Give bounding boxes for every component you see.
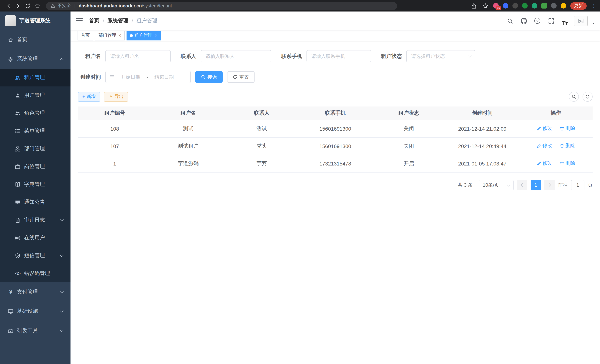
sidebar-item-infra[interactable]: 基础设施: [0, 302, 71, 321]
sidebar-item-role[interactable]: 角色管理: [0, 104, 71, 122]
pagination: 共 3 条 10条/页 1 前往 页: [78, 180, 593, 190]
bookmark-star-icon[interactable]: [482, 2, 489, 9]
sidebar-item-error-code[interactable]: </> 错误码管理: [0, 265, 71, 282]
status-select[interactable]: [406, 50, 475, 62]
edit-button[interactable]: 修改: [536, 160, 552, 167]
extension-icon[interactable]: [512, 3, 518, 9]
tab-tenant[interactable]: 租户管理×: [126, 31, 161, 40]
breadcrumb-system[interactable]: 系统管理: [108, 18, 128, 24]
browser-forward-icon[interactable]: [13, 1, 23, 10]
current-page[interactable]: 1: [531, 180, 541, 190]
edit-button[interactable]: 修改: [536, 125, 552, 132]
help-icon[interactable]: ?: [533, 16, 542, 26]
browser-menu-icon[interactable]: ⋮: [591, 3, 596, 9]
next-page-button[interactable]: [544, 180, 555, 190]
sidebar-item-label: 角色管理: [24, 110, 45, 117]
phone-input[interactable]: [307, 50, 371, 62]
prev-page-button[interactable]: [517, 180, 527, 190]
fullscreen-icon[interactable]: [546, 16, 556, 26]
col-actions: 操作: [519, 106, 593, 120]
sidebar-item-label: 岗位管理: [24, 163, 45, 170]
avatar[interactable]: [574, 16, 588, 26]
delete-button[interactable]: 删除: [560, 143, 575, 149]
sidebar-item-online-user[interactable]: 在线用户: [0, 229, 71, 247]
sidebar-item-devtool[interactable]: 研发工具: [0, 321, 71, 340]
browser-address-bar[interactable]: 不安全 dashboard.yudao.iocoder.cn/system/te…: [46, 2, 397, 10]
url-path: /system/tenant: [142, 3, 172, 8]
status-select-input[interactable]: [406, 50, 475, 62]
phone-label: 联系手机: [281, 53, 302, 60]
page-size-select[interactable]: 10条/页: [479, 180, 514, 190]
export-button-label: 导出: [114, 93, 123, 100]
sidebar-item-payment[interactable]: ¥ 支付管理: [0, 282, 71, 302]
sidebar-item-system[interactable]: 系统管理: [0, 49, 71, 69]
header-search-icon[interactable]: [505, 16, 515, 26]
yen-icon: ¥: [8, 289, 13, 295]
cell-contact: 测试: [225, 120, 299, 137]
breadcrumb-separator: /: [132, 18, 133, 24]
end-date-input[interactable]: [150, 74, 178, 80]
browser-reload-icon[interactable]: [23, 1, 33, 10]
url-domain: dashboard.yudao.iocoder.cn: [79, 3, 142, 8]
date-range-picker[interactable]: -: [105, 71, 191, 83]
goto-page-input[interactable]: [571, 180, 584, 190]
tab-home[interactable]: 首页: [77, 31, 93, 40]
sidebar-item-dept[interactable]: 部门管理: [0, 140, 71, 158]
extension-icon[interactable]: [503, 3, 508, 9]
sidebar-item-dict[interactable]: 字典管理: [0, 176, 71, 193]
font-size-icon[interactable]: TT: [560, 16, 570, 26]
delete-button[interactable]: 删除: [560, 160, 575, 167]
sidebar-item-tenant[interactable]: 租户管理: [0, 69, 71, 86]
update-button[interactable]: 更新: [570, 2, 587, 9]
share-icon[interactable]: [470, 2, 478, 9]
sidebar-item-audit-log[interactable]: 审计日志: [0, 211, 71, 229]
start-date-input[interactable]: [117, 74, 144, 80]
sidebar-item-label: 研发工具: [17, 327, 38, 334]
sidebar-item-menu[interactable]: 菜单管理: [0, 122, 71, 140]
user-icon: [15, 93, 20, 98]
reset-button[interactable]: 重置: [227, 71, 254, 83]
extension-icon[interactable]: [551, 3, 557, 9]
tab-close-icon[interactable]: ×: [155, 33, 157, 38]
github-icon[interactable]: [519, 16, 529, 26]
sidebar-item-post[interactable]: 岗位管理: [0, 158, 71, 176]
tenant-name-input[interactable]: [105, 50, 171, 62]
add-button[interactable]: + 新增: [78, 92, 100, 102]
document-icon: [15, 217, 20, 223]
sidebar-item-label: 审计日志: [24, 217, 45, 223]
extension-icon[interactable]: 10: [493, 3, 499, 9]
edit-button[interactable]: 修改: [536, 143, 552, 149]
search-button[interactable]: 搜索: [195, 71, 223, 83]
search-icon: [572, 94, 576, 99]
cell-actions: 修改 删除: [519, 120, 593, 137]
extension-icon[interactable]: [532, 3, 537, 9]
delete-button[interactable]: 删除: [560, 125, 575, 132]
export-button[interactable]: 导出: [104, 92, 128, 102]
omnibox-divider: [75, 3, 75, 8]
cell-contact: 芋艿: [225, 155, 299, 172]
sidebar-item-sms[interactable]: 短信管理: [0, 247, 71, 265]
sidebar-item-home[interactable]: 首页: [0, 30, 71, 49]
security-label[interactable]: 不安全: [57, 3, 71, 9]
tab-dept[interactable]: 部门管理×: [95, 31, 124, 40]
toggle-search-button[interactable]: [569, 92, 579, 102]
toolbox-icon: [8, 328, 13, 333]
sidebar-item-label: 用户管理: [24, 92, 45, 99]
cell-phone: 17321315478: [299, 155, 372, 172]
avatar-caret-icon[interactable]: ▾: [592, 21, 594, 26]
sidebar-item-notice[interactable]: 通知公告: [0, 193, 71, 211]
sidebar-item-user[interactable]: 用户管理: [0, 86, 71, 104]
collapse-sidebar-icon[interactable]: [76, 18, 83, 23]
goto-label: 前往: [558, 182, 568, 188]
extension-icon[interactable]: [522, 3, 528, 9]
browser-home-icon[interactable]: [33, 1, 42, 10]
extension-icon[interactable]: [541, 3, 547, 9]
contact-input[interactable]: [201, 50, 271, 62]
browser-back-icon[interactable]: [4, 1, 13, 10]
tab-close-icon[interactable]: ×: [118, 33, 121, 38]
extension-icon[interactable]: [561, 3, 566, 9]
refresh-table-button[interactable]: [582, 92, 593, 102]
add-button-label: 新增: [87, 93, 95, 100]
breadcrumb-home[interactable]: 首页: [89, 18, 99, 24]
cell-status: 开启: [372, 155, 445, 172]
